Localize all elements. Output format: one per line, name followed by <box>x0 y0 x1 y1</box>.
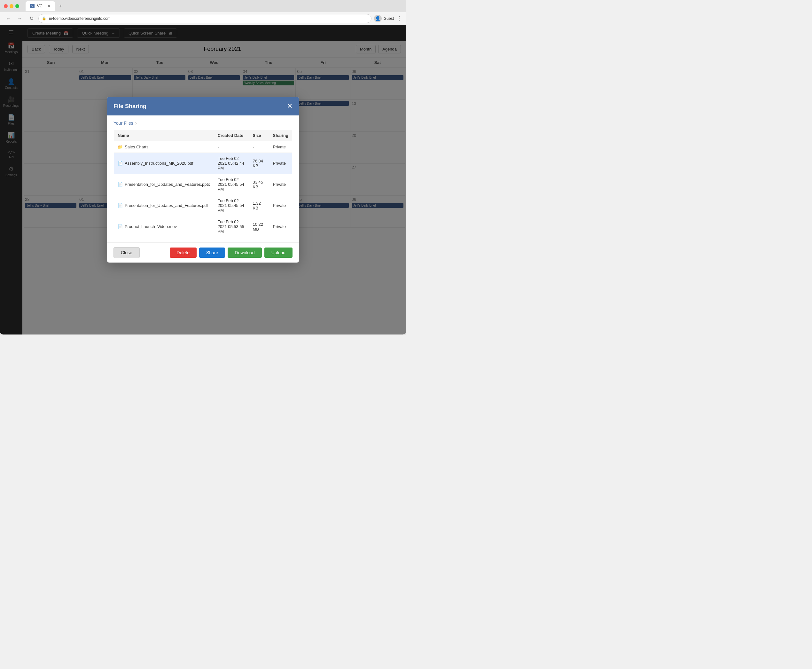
address-bar[interactable]: 🔒 m4demo.videoconferencinginfo.com <box>39 14 371 23</box>
table-header-row: Name Created Date Size Sharing <box>114 130 292 141</box>
minimize-dot[interactable] <box>10 4 13 8</box>
table-row[interactable]: 📄 Assembly_Instructions_MK_2020.pdf Tue … <box>114 153 292 174</box>
file-name: Sales Charts <box>125 145 148 150</box>
file-icon: 📄 <box>117 224 123 229</box>
tab-close-button[interactable]: ✕ <box>47 4 50 8</box>
col-created: Created Date <box>214 130 249 141</box>
table-row[interactable]: 📄 Presentation_for_Updates_and_Features.… <box>114 195 292 216</box>
col-size: Size <box>249 130 269 141</box>
modal-header: File Sharing ✕ <box>107 97 299 116</box>
file-created: Tue Feb 02 2021 05:45:54 PM <box>214 174 249 195</box>
browser-tabs: V VCI ✕ + <box>25 1 64 11</box>
active-tab[interactable]: V VCI ✕ <box>25 1 55 11</box>
tab-favicon: V <box>30 4 35 8</box>
modal-footer: Close Delete Share Download Upload <box>107 242 299 262</box>
browser-titlebar: V VCI ✕ + <box>0 0 406 12</box>
file-name: Presentation_for_Updates_and_Features.pd… <box>125 203 208 208</box>
back-button[interactable]: ← <box>4 14 13 23</box>
upload-button[interactable]: Upload <box>264 247 292 258</box>
col-name: Name <box>114 130 214 141</box>
file-created: Tue Feb 02 2021 05:53:55 PM <box>214 216 249 237</box>
user-label: Guest <box>384 16 394 21</box>
file-sharing: Private <box>269 141 292 153</box>
address-text: m4demo.videoconferencinginfo.com <box>49 16 111 21</box>
file-size: - <box>249 141 269 153</box>
tab-title: VCI <box>37 4 44 8</box>
col-sharing: Sharing <box>269 130 292 141</box>
file-size: 1.32 KB <box>249 195 269 216</box>
close-dot[interactable] <box>4 4 8 8</box>
browser-navbar: ← → ↻ 🔒 m4demo.videoconferencinginfo.com… <box>0 12 406 25</box>
file-icon: 📄 <box>117 161 123 166</box>
file-name-cell: 📄 Assembly_Instructions_MK_2020.pdf <box>114 153 214 174</box>
file-created: - <box>214 141 249 153</box>
file-name: Assembly_Instructions_MK_2020.pdf <box>125 161 193 166</box>
user-menu[interactable]: 👤 Guest <box>374 15 394 22</box>
modal-title: File Sharing <box>114 103 146 110</box>
table-row[interactable]: 📁 Sales Charts - - Private <box>114 141 292 153</box>
file-name-cell: 📄 Presentation_for_Updates_and_Features.… <box>114 174 214 195</box>
table-row[interactable]: 📄 Product_Launch_Video.mov Tue Feb 02 20… <box>114 216 292 237</box>
avatar: 👤 <box>374 15 382 22</box>
file-created: Tue Feb 02 2021 05:42:44 PM <box>214 153 249 174</box>
breadcrumb: Your Files › <box>114 121 292 126</box>
modal-overlay[interactable]: File Sharing ✕ Your Files › Name <box>0 25 406 334</box>
share-button[interactable]: Share <box>199 247 225 258</box>
file-table: Name Created Date Size Sharing 📁 Sales C… <box>114 129 292 237</box>
file-size: 33.45 KB <box>249 174 269 195</box>
file-sharing: Private <box>269 216 292 237</box>
modal-body: Your Files › Name Created Date Size Shar… <box>107 116 299 242</box>
file-sharing: Private <box>269 153 292 174</box>
file-size: 76.84 KB <box>249 153 269 174</box>
file-name-cell: 📄 Product_Launch_Video.mov <box>114 216 214 237</box>
action-buttons: Delete Share Download Upload <box>170 247 292 258</box>
breadcrumb-root-link[interactable]: Your Files <box>114 121 133 126</box>
delete-button[interactable]: Delete <box>170 247 196 258</box>
file-name: Product_Launch_Video.mov <box>125 224 177 229</box>
file-size: 10.22 MB <box>249 216 269 237</box>
file-sharing-modal: File Sharing ✕ Your Files › Name <box>107 97 299 262</box>
download-button[interactable]: Download <box>228 247 262 258</box>
refresh-button[interactable]: ↻ <box>27 14 36 23</box>
window-controls <box>4 4 19 8</box>
file-name-cell: 📄 Presentation_for_Updates_and_Features.… <box>114 195 214 216</box>
breadcrumb-separator: › <box>135 121 137 126</box>
table-row[interactable]: 📄 Presentation_for_Updates_and_Features.… <box>114 174 292 195</box>
forward-button[interactable]: → <box>15 14 24 23</box>
maximize-dot[interactable] <box>15 4 19 8</box>
file-icon: 📄 <box>117 203 123 208</box>
browser-window: V VCI ✕ + ← → ↻ 🔒 m4demo.videoconferenci… <box>0 0 406 334</box>
file-name-cell: 📁 Sales Charts <box>114 141 214 153</box>
app-content: ☰ 📅 Meetings ✉ Invitations 👤 Contacts 🎥 … <box>0 25 406 334</box>
modal-close-button[interactable]: ✕ <box>287 103 292 110</box>
file-name: Presentation_for_Updates_and_Features.pp… <box>125 182 210 187</box>
new-tab-button[interactable]: + <box>56 3 64 9</box>
file-created: Tue Feb 02 2021 05:45:54 PM <box>214 195 249 216</box>
file-sharing: Private <box>269 195 292 216</box>
close-button[interactable]: Close <box>114 247 140 258</box>
browser-menu-icon[interactable]: ⋮ <box>396 15 402 22</box>
file-sharing: Private <box>269 174 292 195</box>
file-icon: 📄 <box>117 182 123 187</box>
lock-icon: 🔒 <box>42 16 46 20</box>
folder-icon: 📁 <box>117 145 123 150</box>
